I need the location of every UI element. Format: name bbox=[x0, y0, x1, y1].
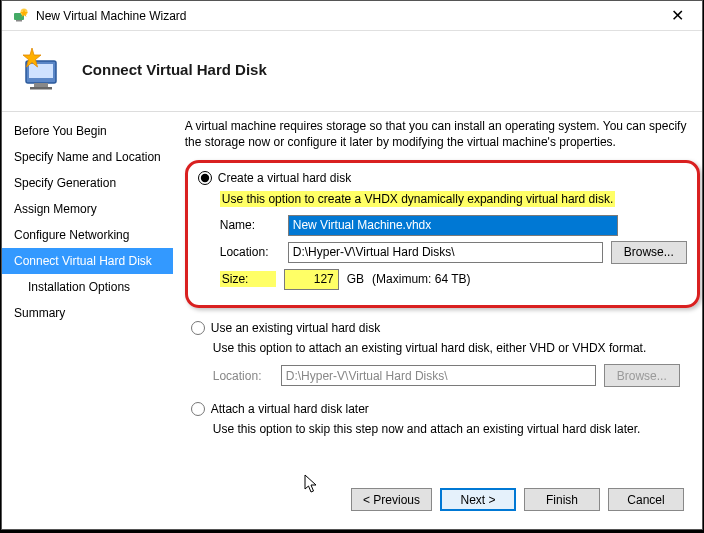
size-max: (Maximum: 64 TB) bbox=[372, 271, 470, 287]
attach-later-section: Attach a virtual hard disk later Use thi… bbox=[185, 401, 700, 437]
step-configure-networking[interactable]: Configure Networking bbox=[2, 222, 173, 248]
content-pane: A virtual machine requires storage so th… bbox=[173, 112, 704, 478]
app-icon bbox=[12, 8, 28, 24]
existing-desc: Use this option to attach an existing vi… bbox=[213, 340, 700, 356]
location-input[interactable] bbox=[288, 242, 603, 263]
page-title: Connect Virtual Hard Disk bbox=[82, 61, 267, 78]
title-bar: New Virtual Machine Wizard ✕ bbox=[2, 1, 702, 31]
svg-rect-6 bbox=[30, 87, 52, 90]
existing-vhd-section: Use an existing virtual hard disk Use th… bbox=[185, 320, 700, 387]
wizard-header: Connect Virtual Hard Disk bbox=[2, 31, 702, 111]
location-label: Location: bbox=[220, 244, 280, 260]
step-specify-generation[interactable]: Specify Generation bbox=[2, 170, 173, 196]
step-connect-vhd[interactable]: Connect Virtual Hard Disk bbox=[2, 248, 173, 274]
create-vhd-group: Create a virtual hard disk Use this opti… bbox=[185, 160, 700, 307]
step-specify-name[interactable]: Specify Name and Location bbox=[2, 144, 173, 170]
existing-location-label: Location: bbox=[213, 368, 273, 384]
step-installation-options[interactable]: Installation Options bbox=[2, 274, 173, 300]
step-sidebar: Before You Begin Specify Name and Locati… bbox=[2, 112, 173, 478]
size-label: Size: bbox=[220, 271, 276, 287]
intro-text: A virtual machine requires storage so th… bbox=[185, 118, 700, 150]
wizard-icon bbox=[20, 45, 68, 93]
wizard-body: Before You Begin Specify Name and Locati… bbox=[2, 112, 702, 478]
create-desc: Use this option to create a VHDX dynamic… bbox=[220, 191, 687, 207]
svg-rect-5 bbox=[34, 83, 48, 87]
wizard-footer: < Previous Next > Finish Cancel bbox=[2, 478, 702, 529]
radio-existing-label: Use an existing virtual hard disk bbox=[211, 320, 380, 336]
radio-create-vhd[interactable] bbox=[198, 171, 212, 185]
next-button[interactable]: Next > bbox=[440, 488, 516, 511]
svg-rect-1 bbox=[16, 20, 22, 22]
size-unit: GB bbox=[347, 271, 364, 287]
name-label: Name: bbox=[220, 217, 280, 233]
later-desc: Use this option to skip this step now an… bbox=[213, 421, 700, 437]
step-before-you-begin[interactable]: Before You Begin bbox=[2, 118, 173, 144]
radio-attach-later[interactable] bbox=[191, 402, 205, 416]
radio-later-label: Attach a virtual hard disk later bbox=[211, 401, 369, 417]
step-assign-memory[interactable]: Assign Memory bbox=[2, 196, 173, 222]
browse-button[interactable]: Browse... bbox=[611, 241, 687, 264]
radio-existing-vhd[interactable] bbox=[191, 321, 205, 335]
window-title: New Virtual Machine Wizard bbox=[36, 9, 663, 23]
existing-browse-button: Browse... bbox=[604, 364, 680, 387]
svg-rect-4 bbox=[29, 64, 53, 78]
wizard-window: New Virtual Machine Wizard ✕ Connect Vir… bbox=[1, 0, 703, 530]
finish-button[interactable]: Finish bbox=[524, 488, 600, 511]
size-input[interactable] bbox=[284, 269, 339, 290]
existing-location-input bbox=[281, 365, 596, 386]
name-input[interactable] bbox=[288, 215, 618, 236]
radio-create-label: Create a virtual hard disk bbox=[218, 170, 351, 186]
step-summary[interactable]: Summary bbox=[2, 300, 173, 326]
previous-button[interactable]: < Previous bbox=[351, 488, 432, 511]
cancel-button[interactable]: Cancel bbox=[608, 488, 684, 511]
close-button[interactable]: ✕ bbox=[663, 6, 692, 25]
